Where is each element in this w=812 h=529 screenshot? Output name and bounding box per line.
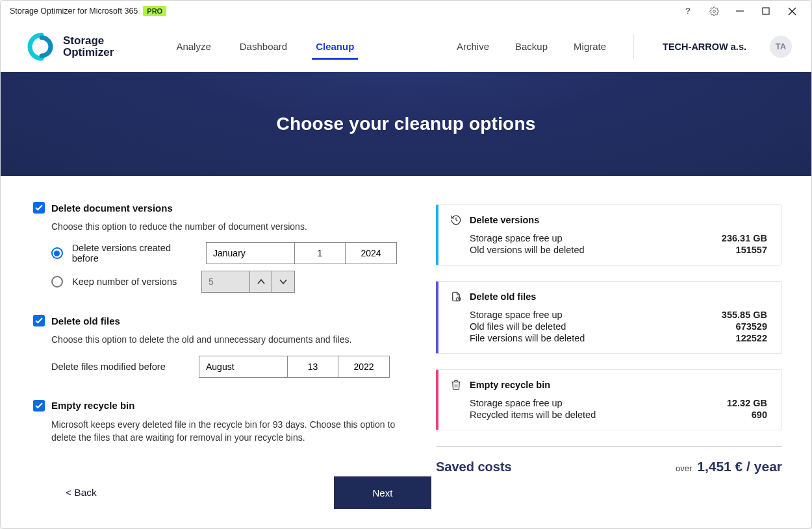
svg-rect-2 — [763, 8, 769, 14]
date-picker-old: August 13 2022 — [199, 356, 390, 378]
radio-keep-versions[interactable] — [51, 276, 63, 288]
checkbox-delete-versions[interactable] — [33, 202, 45, 214]
footer: < Back Next — [1, 476, 811, 528]
pro-badge: PRO — [143, 6, 166, 16]
logo-mark-icon — [27, 32, 57, 62]
saved-costs-summary: Saved costs over1,451 € / year — [436, 446, 782, 474]
metric-label: Old files will be deleted — [470, 321, 566, 332]
section-title: Delete document versions — [51, 203, 173, 214]
svg-point-0 — [713, 10, 715, 12]
tab-cleanup[interactable]: Cleanup — [314, 34, 355, 58]
stepper-up-icon[interactable] — [250, 271, 272, 292]
tab-migrate[interactable]: Migrate — [572, 34, 607, 58]
org-name: TECH-ARROW a.s. — [663, 42, 746, 52]
metric-label: Storage space free up — [470, 310, 563, 320]
date-label: Delete files modified before — [51, 362, 190, 372]
content: Delete document versions Choose this opt… — [1, 176, 811, 476]
summary-label: Saved costs — [436, 460, 512, 474]
page-banner: Choose your cleanup options — [1, 72, 811, 176]
section-desc: Choose this option to delete the old and… — [51, 333, 397, 346]
maximize-icon[interactable] — [753, 2, 779, 20]
logo-text-1: Storage — [63, 35, 114, 47]
metric-value: 673529 — [736, 321, 767, 332]
panel-delete-versions: Delete versions Storage space free up236… — [436, 204, 782, 265]
panel-title: Delete old files — [470, 291, 536, 302]
panel-empty-bin: Empty recycle bin Storage space free up1… — [436, 369, 782, 430]
next-button[interactable]: Next — [334, 476, 431, 509]
metric-value: 122522 — [736, 333, 767, 343]
files-icon — [450, 291, 462, 302]
app-window: Storage Optimizer for Microsoft 365 PRO … — [0, 0, 812, 529]
year-select[interactable]: 2022 — [338, 356, 389, 377]
summary-over: over — [676, 463, 692, 473]
tab-analyze[interactable]: Analyze — [175, 34, 212, 58]
section-title: Empty recycle bin — [51, 400, 134, 411]
panel-title: Empty recycle bin — [470, 380, 550, 390]
tab-dashboard[interactable]: Dashboard — [238, 34, 288, 58]
radio-label: Keep number of versions — [72, 277, 192, 287]
metric-value: 151557 — [736, 245, 767, 255]
top-nav: Storage Optimizer Analyze Dashboard Clea… — [1, 21, 811, 72]
close-icon[interactable] — [779, 2, 805, 20]
radio-label: Delete versions created before — [72, 243, 197, 264]
avatar[interactable]: TA — [770, 36, 792, 58]
panel-title: Delete versions — [470, 215, 539, 225]
minimize-icon[interactable] — [727, 2, 753, 20]
day-select[interactable]: 13 — [288, 356, 338, 377]
section-delete-versions: Delete document versions Choose this opt… — [33, 202, 397, 293]
date-picker-versions: January 1 2024 — [206, 242, 397, 264]
logo-text-2: Optimizer — [63, 47, 114, 58]
month-select[interactable]: January — [207, 243, 295, 264]
stepper-down-icon[interactable] — [272, 271, 294, 292]
back-button[interactable]: < Back — [66, 487, 97, 498]
settings-icon[interactable] — [701, 2, 727, 20]
window-title: Storage Optimizer for Microsoft 365 — [10, 6, 138, 16]
section-delete-old: Delete old files Choose this option to d… — [33, 315, 397, 377]
titlebar: Storage Optimizer for Microsoft 365 PRO … — [1, 1, 811, 21]
metric-label: File versions will be deleted — [470, 333, 585, 343]
panel-delete-old: Delete old files Storage space free up35… — [436, 281, 782, 354]
options-column: Delete document versions Choose this opt… — [33, 202, 397, 476]
day-select[interactable]: 1 — [295, 243, 346, 264]
month-select[interactable]: August — [199, 356, 288, 377]
checkbox-empty-bin[interactable] — [33, 400, 45, 412]
metric-value: 690 — [752, 410, 767, 420]
primary-tabs: Analyze Dashboard Cleanup — [175, 34, 355, 58]
tab-archive[interactable]: Archive — [455, 34, 490, 58]
metric-label: Storage space free up — [470, 233, 563, 243]
section-title: Delete old files — [51, 315, 120, 326]
history-icon — [450, 214, 462, 226]
metric-label: Storage space free up — [470, 398, 563, 408]
section-desc: Microsoft keeps every deleted file in th… — [51, 418, 396, 445]
section-desc: Choose this option to reduce the number … — [51, 220, 397, 233]
metric-value: 236.31 GB — [722, 233, 767, 243]
tab-backup[interactable]: Backup — [514, 34, 549, 58]
section-empty-bin: Empty recycle bin Microsoft keeps every … — [33, 400, 397, 445]
app-logo: Storage Optimizer — [27, 32, 114, 62]
metric-value: 12.32 GB — [727, 398, 767, 408]
metric-label: Old versions will be deleted — [470, 245, 585, 255]
metric-label: Recycled items will be deleted — [470, 410, 596, 420]
metric-value: 355.85 GB — [722, 310, 767, 320]
keep-versions-stepper: 5 — [201, 271, 295, 293]
radio-versions-before[interactable] — [51, 247, 63, 259]
help-icon[interactable]: ? — [675, 2, 701, 20]
page-heading: Choose your cleanup options — [277, 114, 536, 134]
checkbox-delete-old[interactable] — [33, 315, 45, 326]
trash-icon — [450, 379, 462, 391]
summary-value: 1,451 € / year — [697, 459, 782, 474]
summary-column: Delete versions Storage space free up236… — [436, 202, 782, 476]
stepper-value[interactable]: 5 — [202, 271, 250, 292]
nav-separator — [633, 34, 634, 59]
year-select[interactable]: 2024 — [346, 243, 396, 264]
